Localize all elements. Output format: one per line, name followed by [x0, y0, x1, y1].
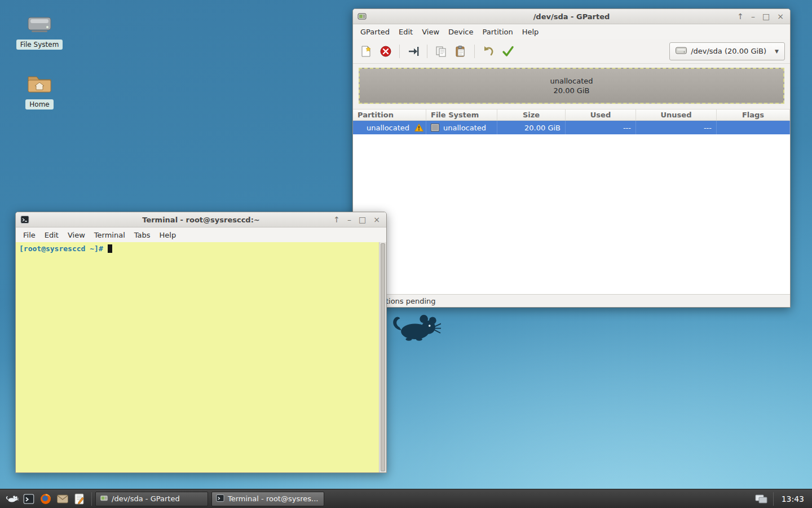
menu-device[interactable]: Device — [444, 25, 478, 38]
apply-check-icon — [502, 45, 514, 58]
paste-button[interactable] — [453, 43, 469, 60]
menu-edit[interactable]: Edit — [394, 25, 417, 38]
menu-view[interactable]: View — [417, 25, 444, 38]
firefox-icon — [40, 493, 51, 505]
delete-partition-button[interactable] — [378, 43, 394, 60]
apply-button[interactable] — [500, 43, 516, 60]
terminal-cursor — [108, 244, 112, 253]
editor-launcher[interactable] — [71, 491, 88, 507]
clock[interactable]: 13:43 — [777, 494, 809, 503]
resize-move-icon — [407, 45, 420, 58]
device-selector[interactable]: /dev/sda (20.00 GiB) ▼ — [669, 42, 785, 60]
close-button[interactable]: × — [373, 216, 380, 224]
undo-icon — [482, 45, 495, 58]
taskbar-window-gparted[interactable]: /dev/sda - GParted — [95, 492, 208, 506]
col-header-file-system[interactable]: File System — [426, 110, 497, 120]
paste-icon — [454, 45, 467, 58]
terminal-launcher[interactable] — [20, 491, 37, 507]
menu-file[interactable]: File — [19, 229, 40, 242]
desktop-icon-home[interactable]: Home — [15, 72, 64, 110]
menu-edit[interactable]: Edit — [40, 229, 63, 242]
taskbar-window-terminal[interactable]: Terminal - root@sysres... — [211, 492, 324, 506]
gparted-icon — [100, 494, 108, 504]
desktop-icon-label: Home — [25, 99, 53, 110]
firefox-launcher[interactable] — [37, 491, 54, 507]
partition-visual-area: unallocated 20.00 GiB — [353, 64, 790, 109]
delete-icon — [379, 45, 392, 58]
gparted-statusbar: 0 operations pending — [353, 295, 790, 307]
applications-menu-button[interactable] — [3, 491, 20, 507]
gparted-titlebar[interactable]: /dev/sda - GParted ↑ – □ × — [353, 9, 790, 24]
copy-icon — [435, 45, 447, 58]
menu-help[interactable]: Help — [155, 229, 181, 242]
menu-partition[interactable]: Partition — [478, 25, 518, 38]
menu-gparted[interactable]: GParted — [356, 25, 394, 38]
desktop-icon-file-system[interactable]: File System — [15, 14, 64, 50]
gparted-toolbar: /dev/sda (20.00 GiB) ▼ — [353, 39, 790, 64]
menu-tabs[interactable]: Tabs — [130, 229, 155, 242]
menu-view[interactable]: View — [63, 229, 90, 242]
terminal-icon — [23, 493, 34, 505]
toolbar-separator — [427, 45, 427, 58]
size-cell: 20.00 GiB — [497, 121, 566, 134]
xfce-mouse-icon — [5, 494, 19, 503]
workspace-pager-icon[interactable] — [753, 491, 770, 507]
taskbar-window-label: Terminal - root@sysres... — [228, 494, 318, 503]
taskbar-separator — [91, 492, 92, 506]
filesystem-cell: unallocated — [443, 124, 486, 132]
toolbar-separator — [399, 45, 400, 58]
shade-button[interactable]: ↑ — [333, 216, 340, 224]
scrollbar-thumb[interactable] — [381, 243, 385, 471]
flags-cell — [717, 121, 790, 134]
partition-unallocated-box[interactable]: unallocated 20.00 GiB — [359, 68, 784, 104]
unused-cell: --- — [636, 121, 717, 134]
undo-button[interactable] — [480, 43, 496, 60]
new-partition-button[interactable] — [358, 43, 374, 60]
copy-button[interactable] — [433, 43, 449, 60]
gparted-window: /dev/sda - GParted ↑ – □ × GParted Edit … — [352, 8, 791, 308]
gparted-app-icon — [358, 12, 367, 21]
col-header-partition[interactable]: Partition — [353, 110, 426, 120]
gparted-window-title: /dev/sda - GParted — [353, 12, 790, 21]
terminal-window-title: Terminal - root@sysresccd:~ — [16, 216, 386, 224]
device-selector-label: /dev/sda (20.00 GiB) — [691, 47, 766, 55]
mail-icon — [57, 494, 68, 503]
col-header-unused[interactable]: Unused — [636, 110, 717, 120]
desktop: File System Home /dev/sda - GParted ↑ — [0, 0, 812, 508]
terminal-window: Terminal - root@sysresccd:~ ↑ – □ × File… — [15, 212, 387, 473]
maximize-button[interactable]: □ — [359, 216, 366, 224]
col-header-used[interactable]: Used — [566, 110, 636, 120]
toolbar-separator — [474, 45, 475, 58]
terminal-menubar: File Edit View Terminal Tabs Help — [16, 227, 386, 242]
taskbar-separator — [773, 492, 774, 506]
drive-icon — [27, 14, 52, 36]
menu-help[interactable]: Help — [518, 25, 544, 38]
minimize-button[interactable]: – — [751, 12, 755, 20]
terminal-screen[interactable]: [root@sysresccd ~]# — [16, 242, 386, 472]
minimize-button[interactable]: – — [347, 216, 351, 224]
mail-launcher[interactable] — [54, 491, 71, 507]
partition-row-unallocated[interactable]: unallocated unallocated 20.00 GiB --- --… — [353, 121, 790, 134]
terminal-icon — [216, 494, 224, 504]
maximize-button[interactable]: □ — [762, 12, 770, 20]
used-cell: --- — [566, 121, 636, 134]
menu-terminal[interactable]: Terminal — [90, 229, 130, 242]
taskbar: /dev/sda - GParted Terminal - root@sysre… — [0, 489, 812, 508]
terminal-titlebar[interactable]: Terminal - root@sysresccd:~ ↑ – □ × — [16, 212, 386, 227]
col-header-flags[interactable]: Flags — [717, 110, 790, 120]
desktop-icon-label: File System — [16, 40, 63, 50]
col-header-size[interactable]: Size — [497, 110, 566, 120]
partition-cell: unallocated — [367, 124, 409, 132]
resize-move-button[interactable] — [405, 43, 421, 60]
xfce-mouse-watermark — [389, 309, 441, 345]
taskbar-window-label: /dev/sda - GParted — [112, 494, 180, 503]
home-folder-icon — [27, 72, 52, 95]
shade-button[interactable]: ↑ — [737, 12, 744, 20]
filesystem-color-swatch — [431, 124, 439, 132]
partition-box-size: 20.00 GiB — [554, 86, 590, 95]
partition-box-label: unallocated — [550, 76, 593, 86]
close-button[interactable]: × — [777, 12, 784, 20]
terminal-scrollbar[interactable] — [379, 242, 386, 472]
partition-table-body — [353, 134, 790, 295]
warning-icon — [414, 124, 423, 132]
